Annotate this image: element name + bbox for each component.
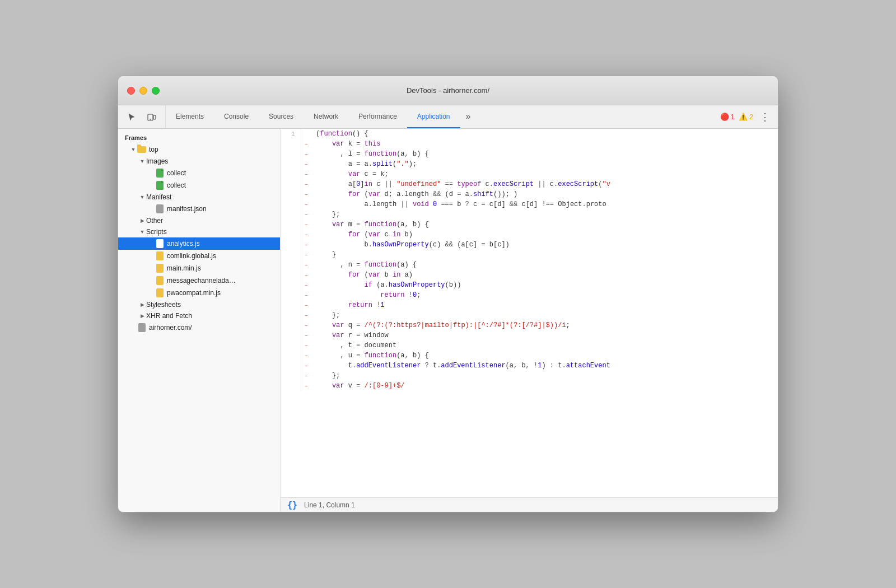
sidebar-item-stylesheets[interactable]: ▶ Stylesheets (118, 299, 280, 310)
line-code: return !1 (311, 300, 777, 310)
sidebar-item-comlink-js[interactable]: ▶ comlink.global.js (118, 250, 280, 262)
tab-network[interactable]: Network (304, 105, 348, 128)
sidebar-item-other[interactable]: ▶ Other (118, 215, 280, 226)
table-row: – t.addEventListener ? t.addEventListene… (281, 361, 778, 371)
sidebar-item-messagechannel-js[interactable]: ▶ messagechannelada… (118, 274, 280, 287)
line-gutter: – (301, 179, 311, 189)
tab-elements[interactable]: Elements (166, 105, 214, 128)
code-editor[interactable]: 1 (function() { – var k = this – (281, 129, 778, 497)
other-label: Other (146, 217, 163, 225)
line-gutter: – (301, 361, 311, 371)
file-icon (155, 239, 164, 248)
main-js-label: main.min.js (167, 264, 201, 272)
tab-console[interactable]: Console (214, 105, 259, 128)
tabs: Elements Console Sources Network Perform… (166, 105, 715, 128)
warning-badge: ⚠️ 2 (739, 113, 753, 121)
line-gutter: – (301, 300, 311, 310)
line-code: (function() { (311, 129, 777, 139)
svg-rect-1 (153, 115, 156, 119)
tab-sources[interactable]: Sources (259, 105, 304, 128)
line-code: }; (311, 209, 777, 220)
sidebar-item-main-js[interactable]: ▶ main.min.js (118, 262, 280, 274)
line-gutter: – (301, 280, 311, 290)
window-title: DevTools - airhorner.com/ (407, 86, 489, 95)
line-number (281, 310, 301, 320)
analytics-js-label: analytics.js (167, 240, 200, 248)
line-number (281, 139, 301, 149)
line-code: a[0]in c || "undefined" == typeof c.exec… (311, 179, 777, 189)
warning-count: 2 (749, 113, 753, 121)
line-code: var q = /^(?:(?:https?|mailto|ftp):|[^:/… (311, 320, 777, 330)
close-button[interactable] (127, 87, 135, 95)
sidebar-item-xhr[interactable]: ▶ XHR and Fetch (118, 310, 280, 321)
sidebar-item-analytics-js[interactable]: ▶ analytics.js (118, 237, 280, 250)
sidebar-item-scripts[interactable]: ▼ Scripts (118, 226, 280, 237)
line-gutter: – (301, 340, 311, 351)
sidebar-item-manifest-json[interactable]: ▶ manifest.json (118, 203, 280, 215)
table-row: – var m = function(a, b) { (281, 220, 778, 230)
chevron-down-icon: ▼ (138, 228, 146, 236)
table-row: – , u = function(a, b) { (281, 351, 778, 361)
code-area: 1 (function() { – var k = this – (281, 129, 778, 512)
file-icon (155, 169, 164, 178)
line-number (281, 371, 301, 381)
images-label: Images (146, 157, 168, 165)
line-code: , l = function(a, b) { (311, 149, 777, 159)
scripts-label: Scripts (146, 228, 167, 236)
line-code: var m = function(a, b) { (311, 220, 777, 230)
line-number (281, 280, 301, 290)
line-code: b.hasOwnProperty(c) && (a[c] = b[c]) (311, 240, 777, 250)
sidebar-item-collect2[interactable]: ▶ collect (118, 179, 280, 192)
format-icon[interactable]: {} (287, 500, 297, 510)
warning-icon: ⚠️ (739, 113, 748, 121)
chevron-down-icon: ▼ (129, 146, 137, 153)
line-gutter: – (301, 159, 311, 169)
sidebar-item-top[interactable]: ▼ top (118, 143, 280, 156)
sidebar-item-collect1[interactable]: ▶ collect (118, 167, 280, 179)
table-row: – var v = /:[0-9]+$/ (281, 381, 778, 391)
line-gutter: – (301, 139, 311, 149)
line-code: }; (311, 371, 777, 381)
error-icon: 🔴 (720, 113, 729, 121)
table-row: – , n = function(a) { (281, 260, 778, 270)
line-code: if (a.hasOwnProperty(b)) (311, 280, 777, 290)
more-options-button[interactable]: ⋮ (758, 111, 772, 123)
messagechannel-js-label: messagechannelada… (167, 277, 236, 284)
traffic-lights (127, 87, 160, 95)
line-number (281, 340, 301, 351)
sidebar-item-airhorner[interactable]: ▶ airhorner.com/ (118, 321, 280, 334)
tab-application[interactable]: Application (407, 105, 460, 128)
line-number (281, 189, 301, 199)
chevron-down-icon: ▼ (138, 157, 146, 165)
tab-more[interactable]: » (460, 105, 477, 128)
line-gutter: – (301, 220, 311, 230)
sidebar-item-images[interactable]: ▼ Images (118, 156, 280, 167)
pwacompat-js-label: pwacompat.min.js (167, 289, 221, 297)
line-gutter: – (301, 189, 311, 199)
error-count: 1 (731, 113, 735, 121)
table-row: – , l = function(a, b) { (281, 149, 778, 159)
maximize-button[interactable] (152, 87, 160, 95)
tab-performance[interactable]: Performance (348, 105, 407, 128)
toolbar: Elements Console Sources Network Perform… (118, 105, 778, 129)
sidebar-item-manifest[interactable]: ▼ Manifest (118, 192, 280, 203)
line-code: return !0; (311, 290, 777, 300)
line-number (281, 169, 301, 179)
line-gutter: – (301, 320, 311, 330)
line-number (281, 220, 301, 230)
line-code: }; (311, 310, 777, 320)
sidebar-item-pwacompat-js[interactable]: ▶ pwacompat.min.js (118, 287, 280, 299)
table-row: – }; (281, 371, 778, 381)
file-icon (155, 181, 164, 190)
table-row: – if (a.hasOwnProperty(b)) (281, 280, 778, 290)
line-code: var k = this (311, 139, 777, 149)
manifest-label: Manifest (146, 193, 171, 201)
device-toggle-icon[interactable] (144, 109, 160, 125)
line-gutter: – (301, 199, 311, 209)
code-status-bar: {} Line 1, Column 1 (281, 497, 778, 512)
line-gutter: – (301, 351, 311, 361)
minimize-button[interactable] (139, 87, 147, 95)
line-gutter: – (301, 230, 311, 240)
cursor-icon[interactable] (124, 109, 139, 125)
devtools-window: DevTools - airhorner.com/ Elements (118, 76, 778, 512)
